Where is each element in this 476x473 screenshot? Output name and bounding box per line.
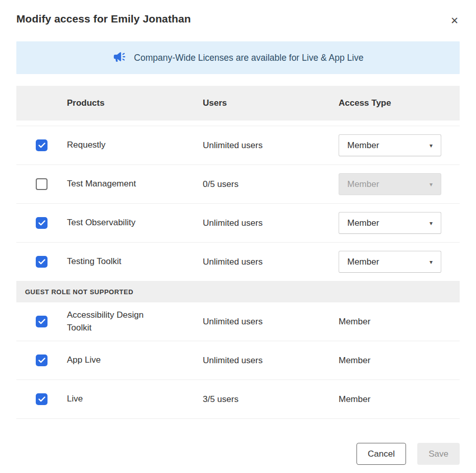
product-name: Requestly: [67, 139, 203, 152]
access-cell: Member: [339, 394, 460, 405]
table-header: Products Users Access Type: [16, 86, 460, 121]
table-row: Accessibility Design Toolkit Unlimited u…: [16, 302, 460, 341]
access-cell: Member: [339, 356, 460, 366]
chevron-down-icon: ▾: [430, 220, 433, 227]
check-icon: [38, 220, 45, 226]
table-body: Requestly Unlimited users Member ▾ Test …: [16, 126, 460, 419]
dropdown-value: Member: [347, 179, 379, 190]
checkbox-cell: [16, 393, 67, 405]
access-cell: Member ▾: [339, 212, 460, 234]
product-checkbox[interactable]: [36, 139, 47, 151]
table-row: Test Management 0/5 users Member ▾: [16, 165, 460, 204]
table-row: App Live Unlimited users Member: [16, 341, 460, 380]
check-icon: [38, 396, 45, 402]
chevron-down-icon: ▾: [430, 258, 433, 266]
section-header: GUEST ROLE NOT SUPPORTED: [16, 281, 460, 302]
product-name: App Live: [67, 354, 203, 367]
checkbox-cell: [16, 178, 67, 190]
users-count: Unlimited users: [203, 317, 339, 327]
checkbox-cell: [16, 316, 67, 327]
dropdown-value: Member: [347, 218, 379, 228]
access-cell: Member ▾: [339, 251, 460, 273]
close-icon[interactable]: ✕: [449, 14, 460, 28]
check-icon: [38, 259, 45, 265]
users-count: Unlimited users: [203, 140, 339, 151]
product-checkbox[interactable]: [36, 256, 47, 268]
users-count: Unlimited users: [203, 356, 339, 366]
access-type-dropdown[interactable]: Member ▾: [339, 134, 441, 156]
product-checkbox[interactable]: [36, 178, 47, 190]
access-type-dropdown[interactable]: Member ▾: [339, 212, 441, 234]
checkbox-cell: [16, 217, 67, 229]
product-checkbox[interactable]: [36, 217, 47, 229]
check-icon: [38, 358, 45, 363]
table-row: Testing Toolkit Unlimited users Member ▾: [16, 243, 460, 281]
page-title: Modify access for Emily Jonathan: [16, 13, 191, 25]
cancel-button[interactable]: Cancel: [356, 443, 406, 465]
users-count: 3/5 users: [203, 394, 339, 405]
dropdown-value: Member: [347, 140, 379, 151]
product-checkbox[interactable]: [36, 393, 47, 405]
checkbox-cell: [16, 354, 67, 366]
users-count: Unlimited users: [203, 257, 339, 267]
users-count: Unlimited users: [203, 218, 339, 228]
info-banner: Company-Wide Licenses are available for …: [16, 41, 460, 74]
access-cell: Member ▾: [339, 173, 460, 195]
megaphone-icon: [112, 51, 126, 65]
column-header-users: Users: [203, 98, 339, 108]
check-icon: [38, 319, 45, 324]
product-name: Test Management: [67, 178, 203, 191]
section-label: GUEST ROLE NOT SUPPORTED: [25, 288, 133, 296]
access-type-text: Member: [339, 394, 370, 404]
table-row: Test Observability Unlimited users Membe…: [16, 204, 460, 243]
column-header-products: Products: [67, 98, 203, 108]
product-name: Test Observability: [67, 217, 203, 229]
modal-header: Modify access for Emily Jonathan ✕: [16, 0, 460, 28]
access-type-text: Member: [339, 317, 370, 326]
table-row: Live 3/5 users Member: [16, 380, 460, 419]
users-count: 0/5 users: [203, 179, 339, 190]
access-cell: Member: [339, 317, 460, 327]
check-icon: [38, 143, 45, 148]
product-name: Accessibility Design Toolkit: [67, 309, 203, 334]
chevron-down-icon: ▾: [430, 142, 433, 149]
dropdown-value: Member: [347, 257, 379, 267]
checkbox-cell: [16, 256, 67, 268]
banner-text: Company-Wide Licenses are available for …: [134, 53, 363, 63]
product-checkbox[interactable]: [36, 316, 47, 327]
column-header-access-type: Access Type: [339, 98, 460, 108]
access-type-text: Member: [339, 356, 370, 365]
chevron-down-icon: ▾: [430, 181, 433, 188]
access-type-dropdown[interactable]: Member ▾: [339, 173, 441, 195]
access-cell: Member ▾: [339, 134, 460, 156]
product-checkbox[interactable]: [36, 354, 47, 366]
table-row: Requestly Unlimited users Member ▾: [16, 126, 460, 165]
product-name: Live: [67, 393, 203, 406]
checkbox-cell: [16, 139, 67, 151]
access-type-dropdown[interactable]: Member ▾: [339, 251, 441, 273]
modal-footer: Cancel Save: [16, 443, 460, 465]
save-button[interactable]: Save: [417, 443, 460, 465]
modify-access-modal: Modify access for Emily Jonathan ✕ Compa…: [0, 0, 476, 473]
product-name: Testing Toolkit: [67, 255, 203, 268]
